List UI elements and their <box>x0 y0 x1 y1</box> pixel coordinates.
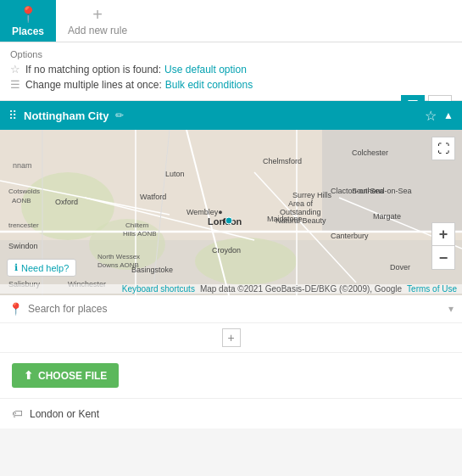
map-zoom-controls: + − <box>431 222 455 270</box>
expand-icon: ⛶ <box>437 142 449 155</box>
main-content: ⠿ Nottingham City ✏ ☆ ▲ <box>0 101 462 428</box>
rule-star-icon[interactable]: ☆ <box>425 108 437 124</box>
svg-text:North Wessex: North Wessex <box>97 253 140 260</box>
lines-icon: ☰ <box>10 78 20 91</box>
help-circle-icon: ℹ <box>14 262 18 273</box>
svg-text:Dover: Dover <box>390 263 410 272</box>
svg-text:Area of: Area of <box>288 199 314 208</box>
dropdown-arrow-icon: ▾ <box>448 303 454 315</box>
svg-text:Cotswolds: Cotswolds <box>8 188 40 195</box>
options-row1-text: If no matching option is found: <box>25 64 161 76</box>
default-option-link[interactable]: Use default option <box>164 64 247 76</box>
search-pin-icon: 📍 <box>8 302 23 316</box>
file-section: ⬆ CHOOSE FILE <box>0 353 462 399</box>
keyboard-shortcuts-link[interactable]: Keyboard shortcuts <box>122 284 195 294</box>
upload-icon: ⬆ <box>24 369 33 382</box>
rule-grid-icon: ⠿ <box>8 109 17 122</box>
options-row-2: ☰ Change multiple lines at once: Bulk ed… <box>10 78 452 91</box>
tag-label: London or Kent <box>30 408 99 420</box>
zoom-in-btn[interactable]: + <box>431 222 455 246</box>
svg-text:Basingstoke: Basingstoke <box>131 266 173 274</box>
rule-header-left: ⠿ Nottingham City ✏ <box>8 109 124 122</box>
svg-point-6 <box>195 238 297 285</box>
svg-text:Watford: Watford <box>140 193 166 201</box>
search-section: 📍 ▾ <box>0 295 462 323</box>
options-section: Options ☆ If no matching option is found… <box>0 42 462 101</box>
star-icon: ☆ <box>10 63 20 76</box>
options-row2-text: Change multiple lines at once: <box>25 79 162 91</box>
map-expand-btn[interactable]: ⛶ <box>431 137 455 160</box>
tab-places[interactable]: 📍 Places <box>0 0 56 42</box>
svg-text:Canterbury: Canterbury <box>331 232 369 240</box>
rule-edit-icon[interactable]: ✏ <box>115 109 124 121</box>
tab-places-label: Places <box>12 25 44 37</box>
svg-text:Wembley●: Wembley● <box>186 208 223 216</box>
svg-text:Swindon: Swindon <box>8 242 38 250</box>
svg-text:Oxford: Oxford <box>55 198 78 206</box>
options-label: Options <box>10 49 452 59</box>
bulk-edit-link[interactable]: Bulk edit conditions <box>165 79 253 91</box>
add-condition-btn[interactable]: + <box>222 328 241 347</box>
choose-file-label: CHOOSE FILE <box>38 370 107 382</box>
plus-icon: + <box>92 5 103 25</box>
terms-link[interactable]: Terms of Use <box>407 284 457 294</box>
choose-file-btn[interactable]: ⬆ CHOOSE FILE <box>12 363 119 388</box>
tab-bar: 📍 Places + Add new rule <box>0 0 462 42</box>
svg-text:Luton: Luton <box>165 170 185 178</box>
svg-point-48 <box>225 217 232 224</box>
rule-header-right: ☆ ▲ <box>425 108 454 124</box>
map-footer: Keyboard shortcuts Map data ©2021 GeoBas… <box>0 284 462 294</box>
rule-header: ⠿ Nottingham City ✏ ☆ ▲ <box>0 101 462 130</box>
svg-text:Southend-on-Sea: Southend-on-Sea <box>352 187 412 195</box>
tag-section: 🏷 London or Kent <box>0 399 462 428</box>
places-icon: 📍 <box>19 5 37 24</box>
svg-text:Chiltern: Chiltern <box>125 221 149 229</box>
svg-text:Outstanding: Outstanding <box>280 208 321 216</box>
tab-add-rule[interactable]: + Add new rule <box>56 0 139 42</box>
rule-title: Nottingham City <box>24 109 109 122</box>
search-input[interactable] <box>28 303 448 315</box>
svg-text:trencester: trencester <box>8 221 39 229</box>
zoom-out-btn[interactable]: − <box>431 246 455 270</box>
options-row-1: ☆ If no matching option is found: Use de… <box>10 63 452 76</box>
help-text: Need help? <box>21 263 69 273</box>
tab-add-label: Add new rule <box>68 25 127 36</box>
map-container: nnam Cotswolds AONB Oxford trencester No… <box>0 130 462 295</box>
svg-text:Croydon: Croydon <box>212 246 241 255</box>
tag-icon: 🏷 <box>12 407 23 420</box>
add-row: + <box>0 323 462 353</box>
map-data-text: Map data ©2021 GeoBasis-DE/BKG (©2009), … <box>200 284 402 294</box>
svg-text:Surrey Hills: Surrey Hills <box>292 191 332 199</box>
svg-text:Hills AONB: Hills AONB <box>123 230 157 238</box>
svg-text:AONB: AONB <box>12 197 31 204</box>
svg-text:Colchester: Colchester <box>352 148 388 157</box>
svg-text:Chelmsford: Chelmsford <box>263 157 302 165</box>
map-help-btn[interactable]: ℹ Need help? <box>7 259 76 277</box>
rule-collapse-icon[interactable]: ▲ <box>443 109 454 121</box>
svg-text:Natural Beauty: Natural Beauty <box>276 216 326 225</box>
plus-small-icon: + <box>227 331 234 344</box>
svg-text:Margate: Margate <box>373 212 401 221</box>
svg-text:nnam: nnam <box>13 161 32 170</box>
